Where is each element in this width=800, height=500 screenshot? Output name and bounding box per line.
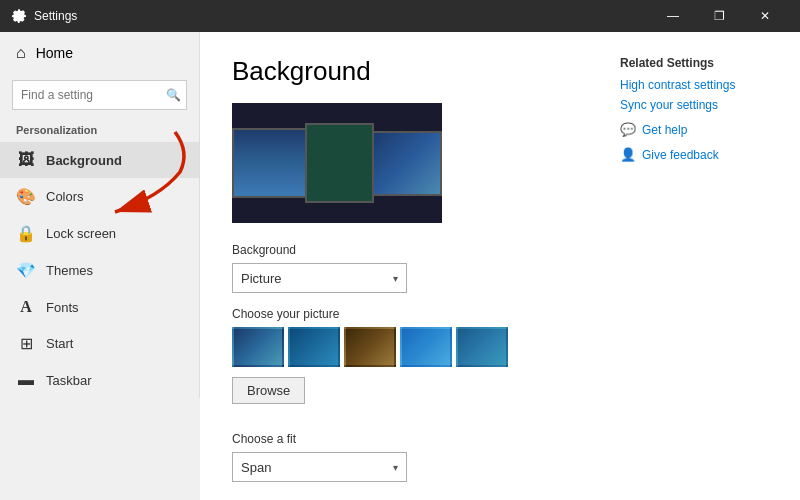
sidebar-item-taskbar-label: Taskbar (46, 373, 92, 388)
room-scene-left (234, 130, 308, 196)
search-box-container: 🔍 (12, 80, 187, 110)
fit-dropdown-value: Span (241, 460, 271, 475)
titlebar-controls: — ❐ ✕ (650, 0, 788, 32)
choose-fit-label: Choose a fit (232, 432, 568, 446)
fit-dropdown[interactable]: Span ▾ (232, 452, 407, 482)
monitor-left (232, 128, 310, 198)
lock-icon: 🔒 (16, 224, 36, 243)
home-icon: ⌂ (16, 44, 26, 62)
titlebar: Settings — ❐ ✕ (0, 0, 800, 32)
search-input[interactable] (12, 80, 187, 110)
maximize-button[interactable]: ❐ (696, 0, 742, 32)
settings-icon (12, 9, 26, 23)
sidebar-item-colors-label: Colors (46, 189, 84, 204)
chevron-down-icon: ▾ (393, 273, 398, 284)
sidebar-wrapper: ⌂ Home 🔍 Personalization 🖼 Background 🎨 … (0, 32, 200, 500)
close-button[interactable]: ✕ (742, 0, 788, 32)
fonts-icon: A (16, 298, 36, 316)
taskbar-icon: ▬ (16, 371, 36, 389)
background-dropdown[interactable]: Picture ▾ (232, 263, 407, 293)
minimize-button[interactable]: — (650, 0, 696, 32)
get-help-item[interactable]: 💬 Get help (620, 122, 780, 137)
sidebar-item-colors[interactable]: 🎨 Colors (0, 178, 199, 215)
get-help-label: Get help (642, 123, 687, 137)
give-feedback-label: Give feedback (642, 148, 719, 162)
titlebar-left: Settings (12, 9, 77, 23)
sidebar-item-start[interactable]: ⊞ Start (0, 325, 199, 362)
choose-picture-label: Choose your picture (232, 307, 568, 321)
background-icon: 🖼 (16, 151, 36, 169)
browse-button[interactable]: Browse (232, 377, 305, 404)
sidebar-home-label: Home (36, 45, 73, 61)
monitor-right-img (371, 133, 440, 194)
give-feedback-item[interactable]: 👤 Give feedback (620, 147, 780, 162)
sync-settings-link[interactable]: Sync your settings (620, 98, 780, 112)
sidebar-item-themes[interactable]: 💎 Themes (0, 252, 199, 289)
monitor-center: Aa (305, 123, 374, 203)
feedback-icon: 👤 (620, 147, 636, 162)
colors-icon: 🎨 (16, 187, 36, 206)
sidebar-item-background[interactable]: 🖼 Background (0, 142, 199, 178)
sidebar-item-taskbar[interactable]: ▬ Taskbar (0, 362, 199, 398)
background-section-label: Background (232, 243, 568, 257)
sidebar-item-fonts-label: Fonts (46, 300, 79, 315)
monitor-right (369, 131, 442, 196)
sidebar: ⌂ Home 🔍 Personalization 🖼 Background 🎨 … (0, 32, 200, 398)
related-settings-title: Related Settings (620, 56, 780, 70)
thumbnail-5[interactable] (456, 327, 508, 367)
sidebar-item-background-label: Background (46, 153, 122, 168)
preview-monitors: Aa (232, 103, 442, 223)
app-body: ⌂ Home 🔍 Personalization 🖼 Background 🎨 … (0, 32, 800, 500)
start-icon: ⊞ (16, 334, 36, 353)
search-icon: 🔍 (166, 88, 181, 102)
sidebar-home[interactable]: ⌂ Home (0, 32, 199, 74)
main-content: Background Aa Background Picture ▾ (200, 32, 600, 500)
thumbnail-2[interactable] (288, 327, 340, 367)
sidebar-item-lock-label: Lock screen (46, 226, 116, 241)
help-icon: 💬 (620, 122, 636, 137)
fit-chevron-down-icon: ▾ (393, 462, 398, 473)
picture-thumbnails (232, 327, 568, 367)
background-preview: Aa (232, 103, 442, 223)
right-panel: Related Settings High contrast settings … (600, 32, 800, 500)
page-title: Background (232, 56, 568, 87)
thumbnail-4[interactable] (400, 327, 452, 367)
sidebar-item-fonts[interactable]: A Fonts (0, 289, 199, 325)
sidebar-item-themes-label: Themes (46, 263, 93, 278)
high-contrast-link[interactable]: High contrast settings (620, 78, 780, 92)
background-dropdown-value: Picture (241, 271, 281, 286)
themes-icon: 💎 (16, 261, 36, 280)
sidebar-item-lock-screen[interactable]: 🔒 Lock screen (0, 215, 199, 252)
sidebar-section-label: Personalization (0, 120, 199, 142)
thumbnail-3[interactable] (344, 327, 396, 367)
titlebar-title: Settings (34, 9, 77, 23)
thumbnail-1[interactable] (232, 327, 284, 367)
sidebar-item-start-label: Start (46, 336, 73, 351)
